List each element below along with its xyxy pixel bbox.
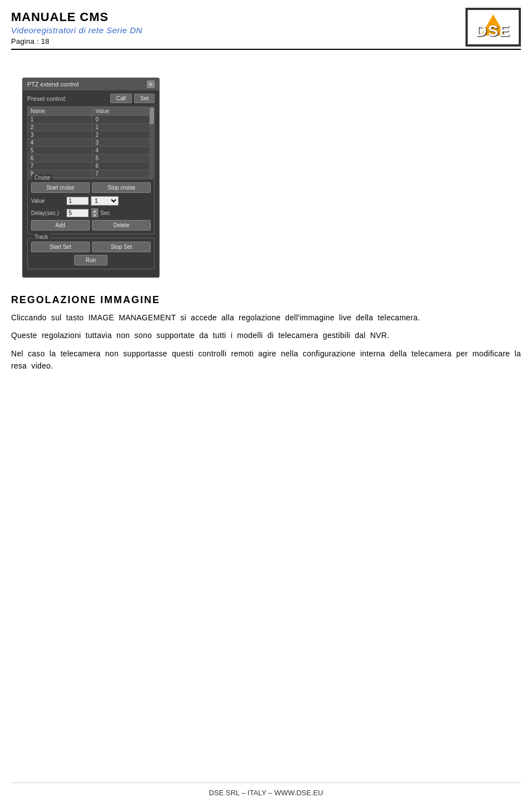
row-value: 0: [93, 116, 155, 124]
run-button[interactable]: Run: [74, 255, 108, 265]
preset-table-wrapper: Name Value 1021324354657687981091110: [27, 106, 155, 178]
track-section: Track Start Set Stop Set Run: [27, 238, 155, 269]
delay-unit: Sec: [100, 210, 110, 216]
spinner-down[interactable]: ▼: [91, 213, 98, 217]
stop-set-button[interactable]: Stop Set: [92, 242, 151, 252]
row-name: 4: [28, 139, 93, 147]
manual-subtitle: Videoregistratori di rete Serie DN: [11, 25, 521, 35]
table-row[interactable]: 21: [28, 124, 155, 131]
ptz-title: PTZ extend control: [27, 81, 79, 88]
preset-buttons: Call Set: [110, 94, 155, 103]
table-scrollbar[interactable]: [149, 106, 155, 178]
dse-logo: DSE: [466, 8, 521, 47]
cruise-legend: Cruise: [32, 175, 53, 181]
add-button[interactable]: Add: [31, 220, 90, 231]
cruise-buttons: Start cruise Stop cruise: [31, 182, 151, 193]
row-value: 2: [93, 131, 155, 139]
row-name: 2: [28, 124, 93, 131]
value-label: Value: [31, 198, 64, 204]
spinner-up[interactable]: ▲: [91, 208, 98, 213]
delay-spinner: ▲ ▼: [91, 208, 98, 217]
paragraph-1: Cliccando sul tasto IMAGE MANAGEMENT si …: [11, 311, 521, 324]
row-name: 7: [28, 162, 93, 170]
col-value-header: Value: [93, 107, 155, 116]
page-header: MANUALE CMS Videoregistratori di rete Se…: [0, 0, 532, 50]
paragraph-3: Nel caso la telecamera non supportasse q…: [11, 347, 521, 372]
call-button[interactable]: Call: [110, 94, 132, 103]
ptz-dialog: PTZ extend control × Preset control: Cal…: [22, 78, 160, 278]
stop-cruise-button[interactable]: Stop cruise: [92, 182, 151, 193]
delay-field-row: Delay(sec.) ▲ ▼ Sec: [31, 208, 151, 217]
value-input[interactable]: [66, 197, 89, 205]
row-value: 4: [93, 147, 155, 155]
page-footer: DSE SRL – ITALY – WWW.DSE.EU: [11, 783, 521, 797]
table-row[interactable]: 65: [28, 155, 155, 162]
logo-text: DSE: [475, 22, 511, 40]
preset-control-label: Preset control:: [27, 95, 66, 102]
row-value: 7: [93, 170, 155, 178]
paragraph-2: Queste regolazioni tuttavia non sono sup…: [11, 329, 521, 341]
table-row[interactable]: 76: [28, 162, 155, 170]
cruise-action-buttons: Add Delete: [31, 220, 151, 231]
row-value: 6: [93, 162, 155, 170]
table-row[interactable]: 10: [28, 116, 155, 124]
delete-button[interactable]: Delete: [92, 220, 151, 231]
row-name: 3: [28, 131, 93, 139]
preset-table: Name Value 1021324354657687981091110: [27, 106, 155, 178]
row-name: 5: [28, 147, 93, 155]
track-legend: Track: [32, 234, 50, 240]
track-buttons-row: Start Set Stop Set: [31, 242, 151, 252]
table-row[interactable]: 54: [28, 147, 155, 155]
row-name: 6: [28, 155, 93, 162]
manual-title: MANUALE CMS: [11, 10, 521, 24]
page-number: Pagina : 18: [11, 37, 521, 45]
preset-control-row: Preset control: Call Set: [27, 94, 155, 103]
row-value: 5: [93, 155, 155, 162]
ptz-body: Preset control: Call Set Name Value: [23, 90, 159, 277]
col-name-header: Name: [28, 107, 93, 116]
table-row[interactable]: 32: [28, 131, 155, 139]
ptz-close-button[interactable]: ×: [147, 80, 155, 88]
cruise-section: Cruise Start cruise Stop cruise Value 1 …: [27, 178, 155, 234]
ptz-titlebar: PTZ extend control ×: [23, 78, 159, 90]
table-row[interactable]: 43: [28, 139, 155, 147]
row-value: 3: [93, 139, 155, 147]
delay-input[interactable]: [66, 209, 89, 217]
main-content: PTZ extend control × Preset control: Cal…: [0, 50, 532, 372]
value-field-row: Value 1 2 3: [31, 196, 151, 206]
start-cruise-button[interactable]: Start cruise: [31, 182, 90, 193]
delay-label: Delay(sec.): [31, 210, 64, 216]
row-value: 1: [93, 124, 155, 131]
value-select[interactable]: 1 2 3: [91, 196, 119, 206]
row-name: 1: [28, 116, 93, 124]
footer-text: DSE SRL – ITALY – WWW.DSE.EU: [209, 789, 323, 797]
scrollbar-thumb: [150, 108, 154, 124]
set-button[interactable]: Set: [134, 94, 155, 103]
section-heading: REGOLAZIONE IMMAGINE: [11, 294, 521, 306]
start-set-button[interactable]: Start Set: [31, 242, 90, 252]
